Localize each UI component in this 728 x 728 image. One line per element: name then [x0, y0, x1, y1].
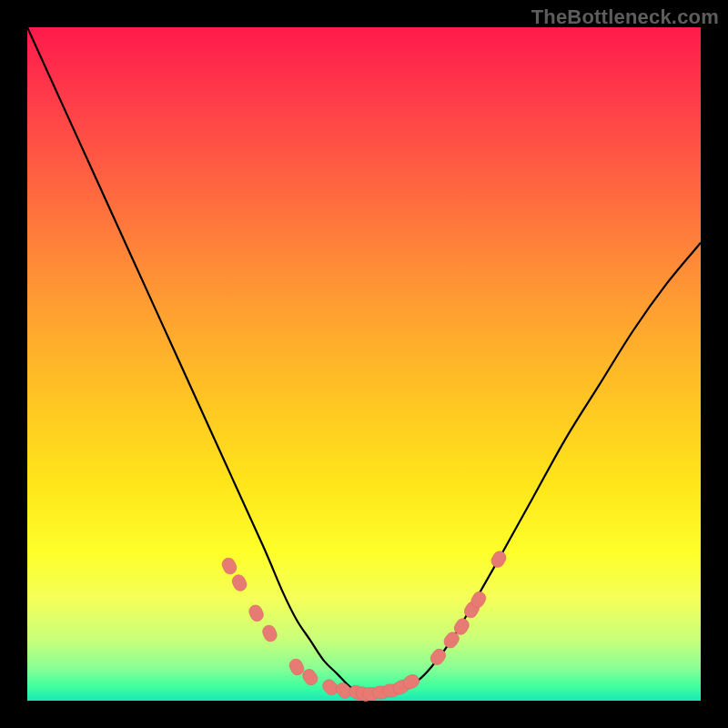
curve-marker: [220, 556, 238, 576]
plot-area: [27, 27, 701, 701]
curve-svg: [27, 27, 701, 701]
curve-markers: [220, 549, 509, 703]
curve-marker: [230, 572, 248, 592]
bottleneck-curve: [27, 27, 701, 694]
curve-marker: [489, 549, 508, 570]
curve-marker: [260, 623, 278, 643]
curve-marker: [248, 603, 266, 623]
chart-frame: TheBottleneck.com: [0, 0, 728, 728]
watermark-text: TheBottleneck.com: [531, 5, 719, 29]
